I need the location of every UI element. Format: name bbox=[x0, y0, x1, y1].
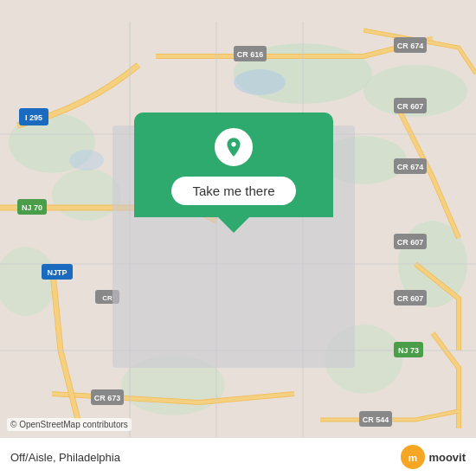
svg-point-10 bbox=[234, 69, 286, 95]
svg-point-6 bbox=[52, 169, 121, 221]
svg-text:m: m bbox=[408, 452, 417, 463]
location-pin-icon bbox=[222, 136, 245, 158]
moovit-logo: m moovit bbox=[401, 445, 466, 469]
svg-text:CR: CR bbox=[102, 294, 113, 302]
take-me-there-button[interactable]: Take me there bbox=[171, 177, 295, 205]
svg-text:CR 544: CR 544 bbox=[363, 415, 389, 424]
svg-text:CR 616: CR 616 bbox=[237, 50, 264, 59]
svg-text:NJ 73: NJ 73 bbox=[398, 346, 419, 355]
moovit-icon: m bbox=[401, 445, 425, 469]
svg-text:NJ 70: NJ 70 bbox=[22, 203, 42, 212]
svg-text:I 295: I 295 bbox=[25, 113, 42, 122]
svg-text:CR 674: CR 674 bbox=[397, 163, 424, 171]
svg-text:CR 607: CR 607 bbox=[397, 238, 424, 247]
popup-card: Take me there bbox=[134, 113, 333, 217]
moovit-m-icon: m bbox=[405, 449, 421, 465]
svg-text:CR 673: CR 673 bbox=[94, 394, 121, 402]
moovit-brand-text: moovit bbox=[428, 451, 466, 464]
map-attribution: © OpenStreetMap contributors bbox=[7, 418, 132, 431]
bottom-bar: Off/Aisle, Philadelphia m moovit bbox=[0, 437, 476, 476]
svg-text:CR 607: CR 607 bbox=[397, 294, 424, 303]
map-container: I 295 NJ 70 CR 616 CR 607 CR 674 CR 674 … bbox=[0, 0, 476, 476]
location-icon-wrapper bbox=[215, 128, 253, 166]
svg-point-11 bbox=[69, 150, 104, 170]
place-label: Off/Aisle, Philadelphia bbox=[10, 451, 120, 464]
svg-text:CR 674: CR 674 bbox=[397, 42, 424, 50]
svg-text:NJTP: NJTP bbox=[47, 268, 67, 277]
svg-text:CR 607: CR 607 bbox=[397, 102, 424, 111]
